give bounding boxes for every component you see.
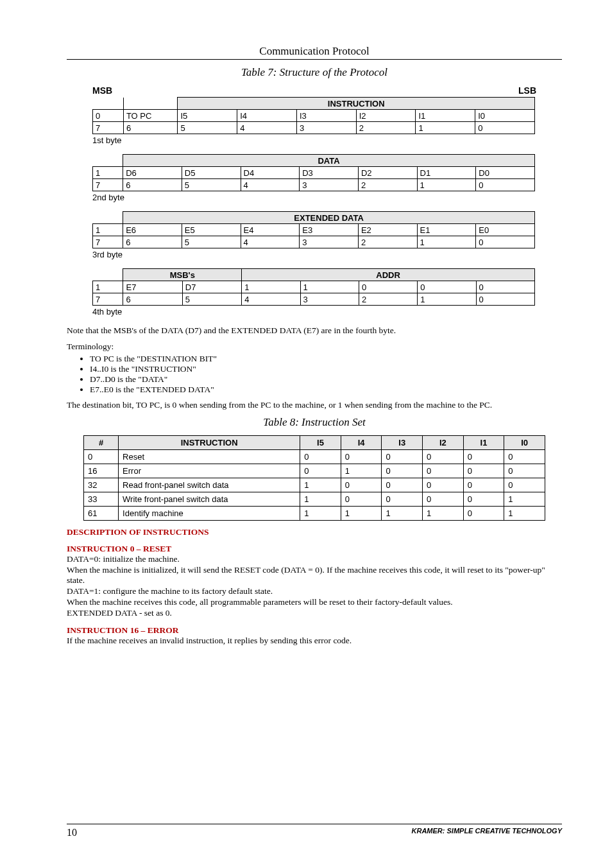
cell: 0 (84, 449, 119, 464)
cell: 0 (504, 449, 545, 464)
cell: 3 (300, 236, 359, 248)
cell: 0 (423, 449, 464, 464)
cell: 5 (182, 293, 241, 306)
byte2-label: 2nd byte (92, 193, 562, 202)
col-i3: I3 (382, 435, 423, 449)
cell: 1 (382, 506, 423, 520)
cell: 6 (123, 293, 182, 306)
cell: 5 (178, 122, 237, 134)
cell: 0 (476, 236, 535, 248)
lsb-label: LSB (518, 85, 536, 96)
cell: 1 (341, 506, 382, 520)
list-item: E7..E0 is the "EXTENDED DATA" (90, 385, 562, 395)
table-header-row: # INSTRUCTION I5 I4 I3 I2 I1 I0 (84, 435, 545, 449)
header-rule (67, 59, 562, 60)
cell: 1 (300, 492, 341, 506)
instruction0-line1: DATA=0: initialize the machine. (67, 554, 562, 565)
cell: I2 (356, 110, 416, 122)
byte4-label: 4th byte (92, 307, 562, 317)
cell: 0 (382, 478, 423, 492)
cell: E3 (300, 224, 359, 236)
cell: 1 (423, 506, 464, 520)
instruction-set-table: # INSTRUCTION I5 I4 I3 I2 I1 I0 0 Reset … (83, 435, 545, 521)
table-row: 1 E6 E5 E4 E3 E2 E1 E0 (93, 224, 535, 236)
cell: 4 (241, 179, 300, 191)
cell: 0 (463, 492, 504, 506)
cell: 16 (84, 464, 119, 478)
byte1-table: INSTRUCTION 0 TO PC I5 I4 I3 I2 I1 I0 7 … (92, 97, 535, 134)
col-i1: I1 (463, 435, 504, 449)
table7-caption: Table 7: Structure of the Protocol (67, 66, 562, 79)
cell: D6 (123, 167, 182, 179)
cell: 2 (358, 236, 417, 248)
cell: 0 (423, 492, 464, 506)
byte3-label: 3rd byte (92, 250, 562, 259)
cell: 33 (84, 492, 119, 506)
cell: I5 (178, 110, 237, 122)
table-row: 7 6 5 4 3 2 1 0 (93, 122, 535, 134)
col-i4: I4 (341, 435, 382, 449)
cell: 7 (93, 236, 123, 248)
instruction0-line5: EXTENDED DATA - set as 0. (67, 608, 562, 619)
cell: 0 (382, 464, 423, 478)
instruction0-heading: INSTRUCTION 0 – RESET (67, 544, 562, 554)
cell: Identify machine (119, 506, 300, 520)
cell: 0 (359, 281, 417, 293)
msb-lsb-row: MSB LSB (92, 85, 536, 96)
instruction16-line1: If the machine receives an invalid instr… (67, 636, 562, 647)
cell: 1 (341, 464, 382, 478)
instruction0-line3: DATA=1: configure the machine to its fac… (67, 586, 562, 597)
cell: 0 (382, 492, 423, 506)
msb-label: MSB (92, 85, 144, 96)
cell: 0 (300, 449, 341, 464)
cell: 1 (300, 281, 359, 293)
table-row: 1 E7 D7 1 1 0 0 0 (93, 281, 535, 293)
byte2-table: DATA 1 D6 D5 D4 D3 D2 D1 D0 7 6 5 4 3 2 … (92, 154, 535, 191)
cell: 0 (341, 478, 382, 492)
cell: 1 (417, 179, 476, 191)
cell: 1 (416, 122, 475, 134)
cell: 1 (417, 236, 476, 248)
cell: D5 (182, 167, 241, 179)
cell: 1 (93, 167, 123, 179)
cell: 6 (123, 179, 182, 191)
table-row: 32 Read front-panel switch data 1 0 0 0 … (84, 478, 545, 492)
cell: 0 (476, 293, 534, 306)
cell: D7 (182, 281, 241, 293)
col-i2: I2 (423, 435, 464, 449)
table-row: 1 D6 D5 D4 D3 D2 D1 D0 (93, 167, 535, 179)
cell: 0 (475, 122, 535, 134)
cell: 7 (93, 122, 124, 134)
cell: E0 (476, 224, 535, 236)
list-item: D7..D0 is the "DATA" (90, 374, 562, 385)
cell: 7 (93, 179, 123, 191)
table-row: 16 Error 0 1 0 0 0 0 (84, 464, 545, 478)
cell: 0 (463, 449, 504, 464)
cell: 1 (300, 506, 341, 520)
cell: 3 (296, 122, 356, 134)
terminology-list: TO PC is the "DESTINATION BIT" I4..I0 is… (67, 354, 562, 395)
cell: 1 (93, 224, 123, 236)
cell: 0 (463, 478, 504, 492)
cell: E2 (358, 224, 417, 236)
cell: D1 (417, 167, 476, 179)
cell: 1 (504, 506, 545, 520)
list-item: I4..I0 is the "INSTRUCTION" (90, 364, 562, 374)
cell: D0 (476, 167, 535, 179)
table-row: 0 TO PC I5 I4 I3 I2 I1 I0 (93, 110, 535, 122)
cell: 2 (358, 179, 417, 191)
cell: 5 (182, 236, 241, 248)
cell: TO PC (123, 110, 178, 122)
instruction0-line2: When the machine is initialized, it will… (67, 565, 562, 587)
cell: 1 (242, 281, 300, 293)
cell: E1 (417, 224, 476, 236)
cell: I0 (475, 110, 535, 122)
cell: 32 (84, 478, 119, 492)
cell: 0 (300, 464, 341, 478)
col-hash: # (84, 435, 119, 449)
cell: 0 (504, 478, 545, 492)
cell: D4 (241, 167, 300, 179)
cell: 2 (359, 293, 417, 306)
byte2-title: DATA (123, 155, 535, 167)
cell: 4 (237, 122, 297, 134)
